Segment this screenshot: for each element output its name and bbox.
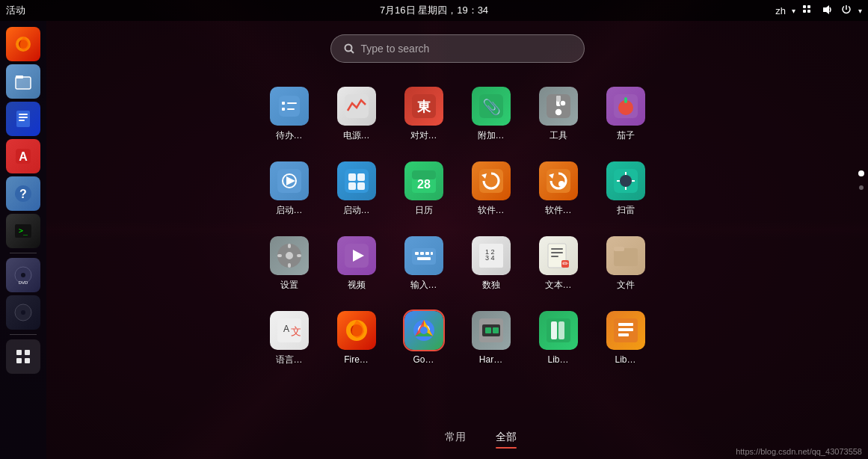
- app-icon-ibus: 東: [404, 87, 443, 126]
- app-item-software-updater[interactable]: 软件…: [458, 151, 525, 226]
- svg-rect-112: [618, 328, 633, 331]
- app-item-power-stats[interactable]: 电源…: [323, 76, 390, 151]
- app-item-hardware[interactable]: Har…: [458, 301, 525, 375]
- app-item-firefox[interactable]: Fire…: [323, 301, 390, 375]
- system-dropdown-arrow[interactable]: ▾: [858, 7, 862, 15]
- app-item-lang-switch[interactable]: A文语言…: [256, 301, 323, 375]
- svg-rect-88: [551, 248, 563, 250]
- topbar-datetime: 7月16日 星期四，19：34: [380, 4, 488, 17]
- dock-item-appgrid[interactable]: [6, 339, 40, 374]
- app-item-startup1[interactable]: 启动…: [256, 151, 323, 226]
- svg-rect-8: [16, 76, 23, 78]
- dock-item-terminal[interactable]: >_: [6, 214, 40, 248]
- app-item-file-manager[interactable]: 文件: [592, 226, 659, 301]
- svg-point-63: [558, 181, 564, 187]
- svg-text:📎: 📎: [481, 98, 500, 116]
- app-label-lang-switch: 语言…: [276, 354, 303, 365]
- app-item-sudoku[interactable]: 1 23 4数独: [458, 226, 525, 301]
- svg-rect-83: [417, 257, 431, 260]
- svg-rect-52: [348, 173, 356, 181]
- dock-item-files[interactable]: [6, 64, 40, 99]
- app-item-todo[interactable]: 待办…: [256, 76, 323, 151]
- app-label-text-editor: 文本…: [545, 280, 572, 290]
- svg-text:A: A: [19, 150, 28, 163]
- svg-rect-113: [618, 333, 629, 336]
- app-item-text-editor[interactable]: ✏文本…: [525, 226, 592, 301]
- app-item-ibus[interactable]: 東对对…: [390, 76, 458, 151]
- app-icon-attachments: 📎: [472, 87, 511, 126]
- svg-point-20: [21, 273, 25, 277]
- dock-item-software-center[interactable]: A: [6, 139, 40, 173]
- app-label-settings: 设置: [280, 280, 298, 290]
- svg-point-23: [21, 310, 25, 315]
- dock-item-writer[interactable]: [6, 102, 40, 136]
- app-label-input-method: 输入…: [410, 280, 437, 290]
- app-label-file-manager: 文件: [617, 280, 635, 290]
- dock-item-help[interactable]: ?: [6, 176, 40, 211]
- app-item-calendar[interactable]: 28日历: [390, 151, 458, 226]
- app-icon-lang-switch: A文: [270, 311, 309, 350]
- lang-dropdown-arrow[interactable]: ▾: [792, 7, 795, 15]
- svg-point-65: [620, 175, 632, 187]
- svg-rect-30: [279, 96, 300, 117]
- svg-text:?: ?: [19, 188, 27, 200]
- svg-rect-78: [412, 248, 436, 265]
- svg-rect-25: [25, 350, 30, 355]
- search-placeholder: Type to search: [361, 43, 430, 55]
- app-item-tomato[interactable]: 茄子: [592, 76, 659, 151]
- app-label-startup1: 启动…: [276, 205, 303, 215]
- app-icon-startup2: [337, 161, 376, 200]
- app-label-power-stats: 电源…: [343, 130, 370, 141]
- app-icon-sudoku: 1 23 4: [472, 236, 511, 275]
- app-item-attachments[interactable]: 📎附加…: [458, 76, 525, 151]
- app-item-chrome[interactable]: Go…: [390, 301, 458, 375]
- svg-rect-53: [357, 173, 365, 181]
- app-label-attachments: 附加…: [478, 130, 505, 141]
- app-item-video[interactable]: 视频: [323, 226, 390, 301]
- bottom-url: https://blog.csdn.net/qq_43073558: [736, 447, 862, 456]
- svg-rect-33: [282, 108, 285, 111]
- app-item-input-method[interactable]: 输入…: [390, 226, 458, 301]
- svg-rect-32: [287, 102, 297, 104]
- app-icon-calendar: 28: [404, 161, 443, 200]
- app-item-tools[interactable]: 工具: [525, 76, 592, 151]
- svg-rect-10: [19, 114, 28, 115]
- svg-rect-3: [807, 10, 810, 13]
- network-icon[interactable]: [800, 4, 815, 18]
- dock-item-dvd[interactable]: DVD: [6, 258, 40, 292]
- svg-rect-54: [348, 182, 356, 190]
- app-item-lib2[interactable]: Lib…: [592, 301, 659, 375]
- app-icon-tomato: [606, 87, 645, 126]
- app-item-lib1[interactable]: Lib…: [525, 301, 592, 375]
- svg-rect-89: [551, 252, 563, 253]
- app-item-software-mgr[interactable]: 软件…: [525, 151, 592, 226]
- app-label-hardware: Har…: [479, 354, 502, 365]
- dock-item-firefox[interactable]: [6, 27, 40, 61]
- svg-rect-111: [618, 323, 633, 326]
- lang-indicator[interactable]: zh: [774, 5, 787, 16]
- scroll-dot[interactable]: [859, 185, 864, 190]
- app-icon-hardware: [472, 311, 511, 350]
- tab-common[interactable]: 常用: [445, 431, 466, 447]
- svg-rect-9: [16, 111, 30, 127]
- app-label-tomato: 茄子: [617, 130, 635, 141]
- svg-rect-2: [803, 10, 806, 13]
- app-item-startup2[interactable]: 启动…: [323, 151, 390, 226]
- activities-button[interactable]: 活动: [6, 4, 25, 17]
- app-label-ibus: 对对…: [410, 130, 437, 141]
- svg-rect-82: [431, 252, 433, 255]
- app-item-settings[interactable]: 设置: [256, 226, 323, 301]
- app-icon-lib1: [539, 311, 578, 350]
- volume-icon[interactable]: [819, 4, 834, 18]
- scroll-dot-active[interactable]: [858, 170, 864, 176]
- search-icon: [343, 43, 355, 55]
- app-item-minesweeper[interactable]: 扫雷: [592, 151, 659, 226]
- svg-rect-106: [493, 327, 499, 333]
- svg-rect-72: [288, 244, 291, 248]
- dock-item-second-disc[interactable]: [6, 295, 40, 330]
- app-label-software-updater: 软件…: [478, 205, 505, 215]
- app-icon-tools: [539, 87, 578, 126]
- search-bar[interactable]: Type to search: [330, 34, 585, 63]
- power-icon[interactable]: [839, 4, 854, 18]
- tab-all[interactable]: 全部: [496, 431, 517, 447]
